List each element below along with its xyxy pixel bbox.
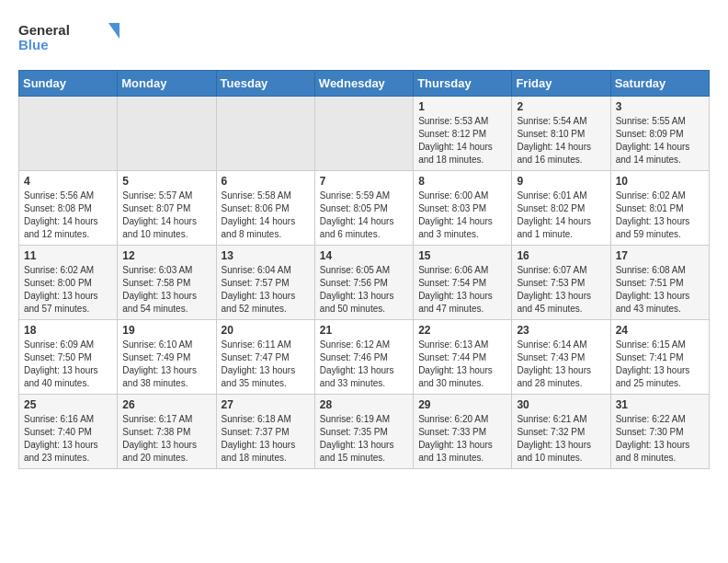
day-info: Sunrise: 5:56 AM Sunset: 8:08 PM Dayligh… — [24, 190, 112, 241]
calendar-cell: 20Sunrise: 6:11 AM Sunset: 7:47 PM Dayli… — [216, 320, 314, 395]
day-number: 19 — [122, 324, 210, 337]
day-number: 20 — [222, 324, 310, 337]
day-info: Sunrise: 6:04 AM Sunset: 7:57 PM Dayligh… — [222, 264, 310, 316]
day-info: Sunrise: 6:12 AM Sunset: 7:46 PM Dayligh… — [320, 339, 408, 390]
day-info: Sunrise: 5:54 AM Sunset: 8:10 PM Dayligh… — [517, 115, 605, 167]
day-number: 3 — [616, 100, 704, 113]
calendar-cell: 24Sunrise: 6:15 AM Sunset: 7:41 PM Dayli… — [610, 320, 709, 395]
day-number: 9 — [517, 175, 605, 188]
calendar-cell: 7Sunrise: 5:59 AM Sunset: 8:05 PM Daylig… — [314, 171, 413, 246]
svg-marker-2 — [108, 23, 119, 39]
calendar-cell: 30Sunrise: 6:21 AM Sunset: 7:32 PM Dayli… — [512, 395, 610, 469]
day-number: 16 — [517, 249, 605, 262]
logo: General Blue — [18, 18, 119, 55]
calendar-cell: 18Sunrise: 6:09 AM Sunset: 7:50 PM Dayli… — [19, 320, 118, 395]
day-info: Sunrise: 6:22 AM Sunset: 7:30 PM Dayligh… — [616, 413, 704, 465]
day-info: Sunrise: 5:58 AM Sunset: 8:06 PM Dayligh… — [222, 190, 310, 241]
day-number: 4 — [24, 175, 112, 188]
day-number: 26 — [122, 398, 210, 411]
day-number: 5 — [122, 175, 210, 188]
week-row-1: 1Sunrise: 5:53 AM Sunset: 8:12 PM Daylig… — [19, 97, 710, 171]
calendar-cell — [216, 97, 314, 171]
day-number: 31 — [616, 398, 704, 411]
day-info: Sunrise: 6:08 AM Sunset: 7:51 PM Dayligh… — [616, 264, 704, 316]
day-number: 28 — [320, 398, 408, 411]
calendar-cell: 11Sunrise: 6:02 AM Sunset: 8:00 PM Dayli… — [19, 246, 118, 320]
calendar-cell: 5Sunrise: 5:57 AM Sunset: 8:07 PM Daylig… — [118, 171, 216, 246]
day-number: 10 — [616, 175, 704, 188]
header-day-saturday: Saturday — [610, 71, 709, 97]
logo-svg: General Blue — [18, 18, 119, 55]
calendar-cell: 25Sunrise: 6:16 AM Sunset: 7:40 PM Dayli… — [19, 395, 118, 469]
day-info: Sunrise: 6:06 AM Sunset: 7:54 PM Dayligh… — [418, 264, 506, 316]
day-info: Sunrise: 5:55 AM Sunset: 8:09 PM Dayligh… — [616, 115, 704, 167]
week-row-4: 18Sunrise: 6:09 AM Sunset: 7:50 PM Dayli… — [19, 320, 710, 395]
day-number: 12 — [122, 249, 210, 262]
svg-text:Blue: Blue — [18, 37, 49, 52]
day-number: 13 — [222, 249, 310, 262]
header-day-thursday: Thursday — [414, 71, 512, 97]
day-number: 21 — [320, 324, 408, 337]
calendar-cell: 22Sunrise: 6:13 AM Sunset: 7:44 PM Dayli… — [414, 320, 512, 395]
day-number: 14 — [320, 249, 408, 262]
day-number: 7 — [320, 175, 408, 188]
day-number: 22 — [418, 324, 506, 337]
day-number: 17 — [616, 249, 704, 262]
day-info: Sunrise: 6:09 AM Sunset: 7:50 PM Dayligh… — [24, 339, 112, 390]
day-info: Sunrise: 6:05 AM Sunset: 7:56 PM Dayligh… — [320, 264, 408, 316]
day-info: Sunrise: 6:02 AM Sunset: 8:00 PM Dayligh… — [24, 264, 112, 316]
day-info: Sunrise: 6:16 AM Sunset: 7:40 PM Dayligh… — [24, 413, 112, 465]
calendar-cell: 14Sunrise: 6:05 AM Sunset: 7:56 PM Dayli… — [314, 246, 413, 320]
week-row-3: 11Sunrise: 6:02 AM Sunset: 8:00 PM Dayli… — [19, 246, 710, 320]
calendar-cell: 6Sunrise: 5:58 AM Sunset: 8:06 PM Daylig… — [216, 171, 314, 246]
calendar-cell — [314, 97, 413, 171]
calendar-cell: 31Sunrise: 6:22 AM Sunset: 7:30 PM Dayli… — [610, 395, 709, 469]
day-info: Sunrise: 6:14 AM Sunset: 7:43 PM Dayligh… — [517, 339, 605, 390]
day-info: Sunrise: 6:20 AM Sunset: 7:33 PM Dayligh… — [418, 413, 506, 465]
day-number: 2 — [517, 100, 605, 113]
calendar-cell: 1Sunrise: 5:53 AM Sunset: 8:12 PM Daylig… — [414, 97, 512, 171]
calendar-cell: 19Sunrise: 6:10 AM Sunset: 7:49 PM Dayli… — [118, 320, 216, 395]
calendar-cell: 3Sunrise: 5:55 AM Sunset: 8:09 PM Daylig… — [610, 97, 709, 171]
day-number: 27 — [222, 398, 310, 411]
calendar-cell: 17Sunrise: 6:08 AM Sunset: 7:51 PM Dayli… — [610, 246, 709, 320]
day-info: Sunrise: 6:03 AM Sunset: 7:58 PM Dayligh… — [122, 264, 210, 316]
calendar-cell: 23Sunrise: 6:14 AM Sunset: 7:43 PM Dayli… — [512, 320, 610, 395]
calendar-cell: 10Sunrise: 6:02 AM Sunset: 8:01 PM Dayli… — [610, 171, 709, 246]
header-day-monday: Monday — [118, 71, 216, 97]
day-number: 6 — [222, 175, 310, 188]
calendar-cell: 12Sunrise: 6:03 AM Sunset: 7:58 PM Dayli… — [118, 246, 216, 320]
header-day-sunday: Sunday — [19, 71, 118, 97]
header-row: SundayMondayTuesdayWednesdayThursdayFrid… — [19, 71, 710, 97]
day-info: Sunrise: 5:57 AM Sunset: 8:07 PM Dayligh… — [122, 190, 210, 241]
day-number: 8 — [418, 175, 506, 188]
calendar-cell: 28Sunrise: 6:19 AM Sunset: 7:35 PM Dayli… — [314, 395, 413, 469]
calendar-cell: 2Sunrise: 5:54 AM Sunset: 8:10 PM Daylig… — [512, 97, 610, 171]
calendar-cell: 15Sunrise: 6:06 AM Sunset: 7:54 PM Dayli… — [414, 246, 512, 320]
calendar-cell — [19, 97, 118, 171]
day-number: 15 — [418, 249, 506, 262]
day-info: Sunrise: 6:17 AM Sunset: 7:38 PM Dayligh… — [122, 413, 210, 465]
day-number: 24 — [616, 324, 704, 337]
header-day-tuesday: Tuesday — [216, 71, 314, 97]
day-info: Sunrise: 5:59 AM Sunset: 8:05 PM Dayligh… — [320, 190, 408, 241]
day-info: Sunrise: 5:53 AM Sunset: 8:12 PM Dayligh… — [418, 115, 506, 167]
day-info: Sunrise: 6:01 AM Sunset: 8:02 PM Dayligh… — [517, 190, 605, 241]
calendar-cell — [118, 97, 216, 171]
week-row-2: 4Sunrise: 5:56 AM Sunset: 8:08 PM Daylig… — [19, 171, 710, 246]
day-info: Sunrise: 6:10 AM Sunset: 7:49 PM Dayligh… — [122, 339, 210, 390]
calendar-cell: 26Sunrise: 6:17 AM Sunset: 7:38 PM Dayli… — [118, 395, 216, 469]
day-info: Sunrise: 6:00 AM Sunset: 8:03 PM Dayligh… — [418, 190, 506, 241]
day-info: Sunrise: 6:15 AM Sunset: 7:41 PM Dayligh… — [616, 339, 704, 390]
svg-text:General: General — [18, 22, 70, 38]
day-number: 30 — [517, 398, 605, 411]
day-number: 29 — [418, 398, 506, 411]
day-info: Sunrise: 6:21 AM Sunset: 7:32 PM Dayligh… — [517, 413, 605, 465]
day-info: Sunrise: 6:07 AM Sunset: 7:53 PM Dayligh… — [517, 264, 605, 316]
day-number: 1 — [418, 100, 506, 113]
calendar-cell: 9Sunrise: 6:01 AM Sunset: 8:02 PM Daylig… — [512, 171, 610, 246]
week-row-5: 25Sunrise: 6:16 AM Sunset: 7:40 PM Dayli… — [19, 395, 710, 469]
header-day-wednesday: Wednesday — [314, 71, 413, 97]
calendar-cell: 29Sunrise: 6:20 AM Sunset: 7:33 PM Dayli… — [414, 395, 512, 469]
day-number: 18 — [24, 324, 112, 337]
